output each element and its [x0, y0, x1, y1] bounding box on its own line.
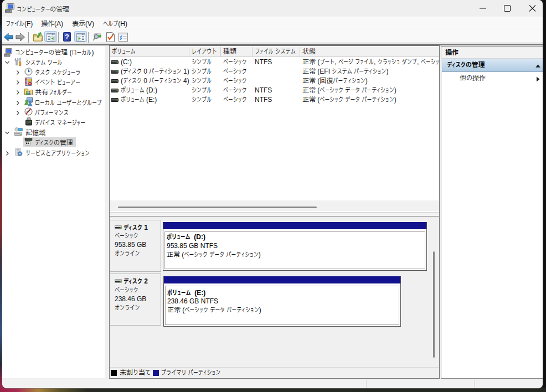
svg-text:?: ? [65, 33, 69, 41]
